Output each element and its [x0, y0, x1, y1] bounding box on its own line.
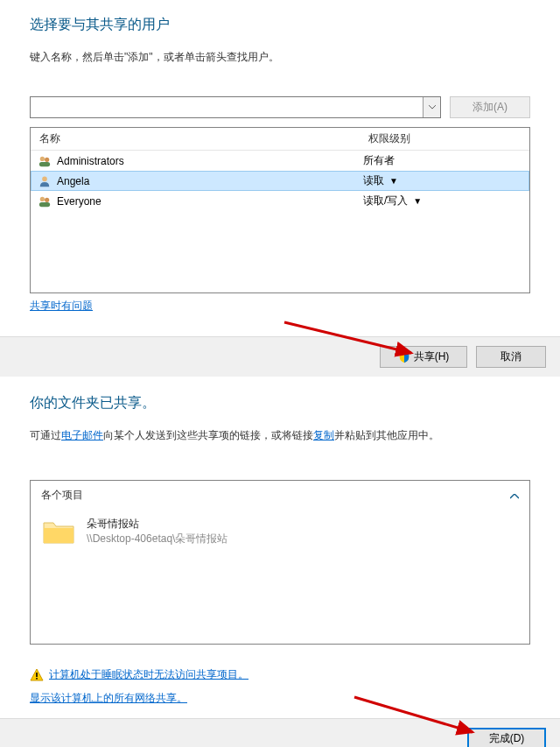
col-name[interactable]: 名称	[31, 128, 363, 150]
user-icon	[38, 174, 52, 188]
svg-rect-8	[36, 673, 38, 677]
svg-point-5	[45, 197, 49, 201]
sharing-problem-link[interactable]: 共享时有问题	[30, 299, 93, 314]
email-link[interactable]: 电子邮件	[61, 429, 103, 441]
svg-rect-9	[36, 678, 38, 680]
row-name: Everyone	[57, 195, 363, 208]
svg-point-1	[45, 157, 49, 161]
shield-icon	[398, 351, 410, 363]
chevron-down-icon[interactable]	[423, 97, 440, 117]
share-button[interactable]: 共享(H)	[380, 346, 467, 368]
item-title: 朵哥情报站	[87, 517, 228, 532]
table-row[interactable]: Angela 读取 ▼	[31, 171, 529, 191]
users-table: 名称 权限级别 Administrators 所有者 Angela 读取 ▼	[30, 127, 530, 293]
row-name: Angela	[57, 175, 363, 187]
warning-icon	[30, 668, 44, 682]
done-button[interactable]: 完成(D)	[467, 728, 546, 747]
shared-item[interactable]: 朵哥情报站 \\Desktop-406etaq\朵哥情报站	[41, 517, 519, 546]
row-permission[interactable]: 读取/写入 ▼	[363, 194, 529, 208]
row-permission[interactable]: 读取 ▼	[363, 173, 529, 188]
svg-rect-6	[39, 201, 50, 206]
row-permission: 所有者	[363, 153, 529, 168]
sleep-warning-link[interactable]: 计算机处于睡眠状态时无法访问共享项目。	[49, 667, 248, 682]
svg-point-3	[42, 176, 47, 181]
group-icon	[38, 154, 52, 168]
svg-point-4	[40, 196, 45, 201]
share-select-title: 选择要与其共享的用户	[30, 16, 530, 34]
group-icon	[38, 194, 52, 208]
row-name: Administrators	[57, 155, 363, 167]
items-box: 各个项目 朵哥情报站 \\Desktop-406etaq\朵哥情报站	[30, 480, 530, 645]
user-combo[interactable]	[30, 96, 441, 118]
svg-rect-2	[39, 161, 50, 166]
chevron-down-icon: ▼	[413, 196, 422, 206]
folder-icon	[41, 517, 76, 546]
table-row[interactable]: Everyone 读取/写入 ▼	[31, 191, 529, 211]
table-row[interactable]: Administrators 所有者	[31, 151, 529, 171]
items-header-label: 各个项目	[41, 488, 83, 503]
dialog-button-bar: 共享(H) 取消	[0, 336, 560, 377]
user-input[interactable]	[31, 97, 423, 117]
share-instruction: 键入名称，然后单击"添加"，或者单击箭头查找用户。	[30, 50, 530, 65]
shared-confirm-title: 你的文件夹已共享。	[30, 394, 530, 412]
svg-point-0	[40, 156, 45, 160]
chevron-down-icon: ▼	[389, 176, 398, 186]
dialog-button-bar-2: 完成(D)	[0, 718, 560, 747]
show-all-shares-link[interactable]: 显示该计算机上的所有网络共享。	[30, 691, 187, 706]
shared-confirm-text: 可通过电子邮件向某个人发送到这些共享项的链接，或将链接复制并粘贴到其他应用中。	[30, 428, 530, 443]
cancel-button[interactable]: 取消	[476, 346, 546, 368]
table-header: 名称 权限级别	[31, 128, 529, 151]
col-permission[interactable]: 权限级别	[363, 128, 529, 150]
item-path: \\Desktop-406etaq\朵哥情报站	[87, 532, 228, 546]
copy-link[interactable]: 复制	[313, 429, 334, 441]
collapse-caret-icon[interactable]	[510, 490, 519, 502]
add-button: 添加(A)	[450, 96, 530, 118]
